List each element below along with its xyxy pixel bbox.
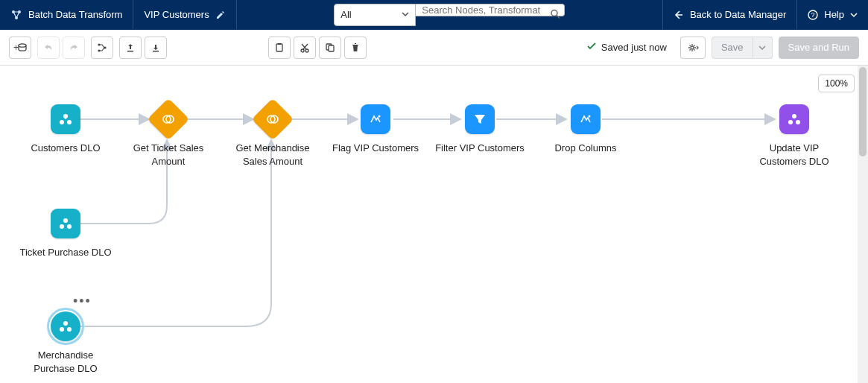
zoom-value: 100% (825, 78, 848, 89)
save-dropdown-button[interactable] (753, 37, 773, 59)
node-label: Get Ticket Sales Amount (120, 142, 217, 168)
svg-point-26 (60, 120, 64, 124)
caret-down-icon (402, 9, 409, 20)
search-input[interactable] (416, 4, 565, 16)
upload-button[interactable] (119, 37, 142, 59)
svg-text:?: ? (811, 11, 815, 19)
svg-point-36 (796, 120, 800, 124)
svg-rect-13 (278, 43, 281, 45)
node-label: Customers DLO (31, 142, 100, 155)
toolbar: + (0, 30, 868, 66)
help-link[interactable]: ? Help (796, 0, 868, 29)
node-merch-purchase-dlo[interactable]: Merchandise Purchase DLO (13, 311, 118, 375)
paste-button[interactable] (268, 37, 291, 59)
node-label: Get Merchandise Sales Amount (224, 142, 321, 168)
transform-icon (361, 104, 390, 134)
save-run-label: Save and Run (788, 42, 849, 53)
svg-point-42 (67, 327, 72, 332)
search-category-select[interactable]: All (334, 4, 416, 26)
svg-point-18 (691, 46, 694, 49)
save-button[interactable]: Save (712, 37, 753, 59)
svg-point-37 (63, 218, 68, 223)
svg-point-8 (19, 43, 26, 46)
add-data-source-button[interactable]: + (9, 37, 31, 59)
node-label: Ticket Purchase DLO (19, 246, 111, 259)
save-and-run-button[interactable]: Save and Run (779, 37, 859, 59)
flow-name: VIP Customers (144, 9, 209, 20)
node-drop-columns[interactable]: Drop Columns (533, 104, 638, 155)
arrow-left-icon (674, 10, 684, 20)
top-bar: Batch Data Transform VIP Customers All (0, 0, 868, 30)
svg-point-39 (67, 224, 72, 229)
svg-point-34 (792, 114, 796, 118)
zoom-indicator[interactable]: 100% (818, 75, 855, 92)
node-customers-dlo[interactable]: Customers DLO (13, 104, 118, 155)
join-icon (148, 98, 190, 141)
app-title: Batch Data Transform (28, 9, 122, 20)
node-get-merch-amount[interactable]: Get Merchandise Sales Amount (221, 104, 325, 168)
datasource-icon (51, 104, 80, 134)
node-ticket-purchase-dlo[interactable]: Ticket Purchase DLO (13, 209, 118, 259)
node-get-ticket-amount[interactable]: Get Ticket Sales Amount (116, 104, 221, 168)
app-brand: Batch Data Transform (0, 0, 133, 29)
node-update-vip[interactable]: Update VIP Customers DLO (742, 104, 846, 168)
canvas-area[interactable]: Customers DLO Get Ticket Sales Amount Ge… (0, 66, 868, 383)
save-label: Save (721, 42, 744, 53)
download-button[interactable] (145, 37, 167, 59)
filter-icon (465, 104, 495, 134)
check-icon (586, 41, 597, 54)
node-label: Flag VIP Customers (332, 142, 419, 155)
node-label: Merchandise Purchase DLO (17, 349, 114, 375)
svg-point-33 (589, 115, 591, 118)
node-menu-icon[interactable]: ••• (73, 294, 92, 309)
svg-point-27 (67, 120, 72, 124)
svg-point-40 (63, 321, 68, 326)
save-status: Saved just now (586, 41, 667, 54)
transform-icon (10, 9, 22, 21)
svg-rect-17 (329, 45, 334, 51)
chevron-down-icon (850, 11, 858, 19)
flow-title-segment[interactable]: VIP Customers (133, 0, 236, 29)
svg-point-14 (301, 49, 304, 52)
cut-button[interactable] (294, 37, 316, 59)
settings-button[interactable] (680, 37, 706, 59)
svg-point-15 (305, 49, 308, 52)
svg-point-35 (788, 120, 793, 124)
join-icon (252, 98, 294, 141)
datasource-icon (51, 311, 80, 341)
datasource-icon (51, 209, 80, 238)
delete-button[interactable] (344, 37, 367, 59)
undo-button[interactable] (37, 37, 60, 59)
transform-icon (571, 104, 601, 134)
svg-point-41 (60, 327, 64, 332)
svg-rect-12 (276, 44, 282, 51)
edit-name-icon[interactable] (215, 10, 226, 20)
copy-button[interactable] (319, 37, 341, 59)
node-flag-vip[interactable]: Flag VIP Customers (323, 104, 428, 155)
search-category-value: All (340, 9, 351, 20)
svg-point-38 (60, 224, 64, 229)
layout-button[interactable] (91, 37, 113, 59)
back-link[interactable]: Back to Data Manager (662, 0, 796, 29)
redo-button[interactable] (63, 37, 85, 59)
scrollbar-thumb[interactable] (859, 67, 867, 156)
output-icon (779, 104, 809, 134)
help-label: Help (824, 9, 844, 20)
node-label: Filter VIP Customers (435, 142, 525, 155)
node-label: Update VIP Customers DLO (746, 142, 843, 168)
vertical-scrollbar[interactable] (858, 66, 868, 383)
help-icon: ? (808, 10, 818, 20)
clipboard-group (268, 37, 367, 59)
search-area: All (328, 0, 571, 29)
node-label: Drop Columns (554, 142, 616, 155)
svg-point-32 (378, 115, 381, 118)
status-text: Saved just now (601, 42, 667, 53)
svg-text:+: + (13, 42, 19, 53)
back-label: Back to Data Manager (690, 9, 786, 20)
node-filter-vip[interactable]: Filter VIP Customers (428, 104, 532, 155)
